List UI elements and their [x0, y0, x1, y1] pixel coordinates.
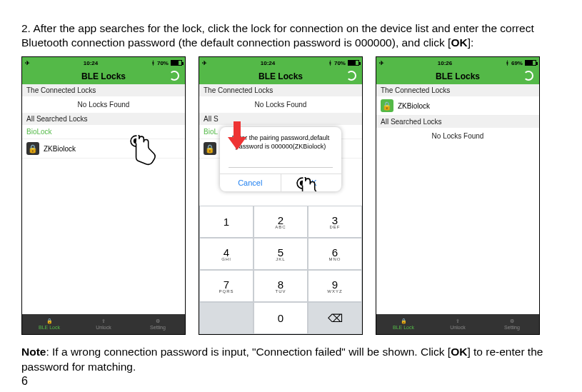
status-time: 10:26: [438, 60, 452, 66]
status-battery-pct: 70%: [157, 60, 169, 66]
bluetooth-icon: ᚼ: [328, 60, 332, 66]
page-number: 6: [21, 375, 28, 388]
key-4[interactable]: 4GHI: [199, 238, 254, 270]
battery-icon: [525, 60, 536, 66]
tab-setting[interactable]: ⚙ Setting: [131, 314, 185, 334]
app-title: BLE Locks: [259, 71, 303, 81]
status-time: 10:24: [84, 60, 98, 66]
battery-icon: [348, 60, 359, 66]
key-0[interactable]: 0: [254, 302, 308, 334]
app-title-bar: BLE Locks: [376, 69, 539, 84]
app-title: BLE Locks: [81, 71, 126, 81]
key-8[interactable]: 8TUV: [254, 270, 308, 302]
airplane-icon: ✈: [25, 60, 30, 66]
app-title-bar: BLE Locks: [199, 69, 362, 84]
status-bar: ✈ 10:24 ᚼ 70%: [22, 57, 185, 69]
lock-icon: 🔒: [46, 318, 53, 324]
unlock-icon: ⇪: [456, 318, 460, 324]
numeric-keypad: 12ABC3DEF4GHI5JKL6MNO7PQRS8TUV9WXYZ0⌫: [199, 206, 362, 334]
app-title: BLE Locks: [436, 71, 480, 81]
instruction-step-2: 2. After the app searches for the lock, …: [21, 21, 561, 51]
cancel-button[interactable]: Cancel: [220, 174, 281, 191]
lock-icon: 🔒: [381, 99, 393, 112]
lock-icon: 🔒: [204, 142, 216, 155]
tab-ble-lock[interactable]: 🔒 BLE Lock: [22, 314, 76, 334]
key-9[interactable]: 9WXYZ: [308, 270, 362, 302]
tab-unlock[interactable]: ⇪ Unlock: [431, 314, 485, 334]
status-time: 10:24: [261, 60, 275, 66]
list-item[interactable]: 🔒 ZKBiolock: [376, 96, 539, 116]
svg-point-3: [299, 181, 305, 186]
lock-name-zkbiolock: ZKBiolock: [398, 102, 430, 110]
lock-icon: 🔒: [401, 318, 407, 324]
svg-point-1: [134, 139, 139, 144]
note-text: Note: If a wrong connection password is …: [21, 345, 561, 375]
status-battery-pct: 70%: [334, 60, 346, 66]
status-bar: ✈ 10:24 ᚼ 70%: [199, 57, 362, 69]
key-5[interactable]: 5JKL: [254, 238, 308, 270]
airplane-icon: ✈: [202, 60, 207, 66]
status-battery-pct: 69%: [511, 60, 523, 66]
section-connected-locks: The Connected Locks: [199, 84, 362, 96]
lock-name-zkbiolock: ZKBiolock: [44, 145, 76, 153]
refresh-icon[interactable]: [346, 71, 356, 81]
phone-screenshot-3: ✈ 10:26 ᚼ 69% BLE Locks The Connected Lo…: [376, 56, 540, 335]
tab-bar: 🔒 BLE Lock ⇪ Unlock ⚙ Setting: [376, 314, 539, 334]
password-input[interactable]: [229, 158, 333, 168]
refresh-icon[interactable]: [169, 71, 179, 81]
section-searched-locks: All Searched Locks: [22, 113, 185, 125]
phone-screenshot-2: ✈ 10:24 ᚼ 70% BLE Locks The Connected Lo…: [199, 56, 363, 335]
key-3[interactable]: 3DEF: [308, 206, 362, 238]
airplane-icon: ✈: [379, 60, 384, 66]
key-blank: [199, 302, 254, 334]
battery-icon: [171, 60, 182, 66]
lock-name-biolock: BioLock: [26, 128, 52, 136]
key-7[interactable]: 7PQRS: [199, 270, 254, 302]
lock-icon: 🔒: [26, 142, 39, 155]
key-2[interactable]: 2ABC: [254, 206, 308, 238]
no-locks-label: No Locks Found: [199, 96, 362, 113]
tab-unlock[interactable]: ⇪ Unlock: [76, 314, 131, 334]
ok-button[interactable]: OK: [281, 174, 342, 191]
no-locks-label: No Locks Found: [376, 128, 539, 144]
section-searched-locks: All S: [199, 113, 362, 125]
phone-screenshot-1: ✈ 10:24 ᚼ 70% BLE Locks The Connected Lo…: [21, 56, 186, 335]
status-bar: ✈ 10:26 ᚼ 69%: [376, 57, 539, 69]
arrow-down-icon: [228, 121, 246, 150]
no-locks-label: No Locks Found: [22, 96, 185, 113]
backspace-key[interactable]: ⌫: [308, 302, 362, 334]
gear-icon: ⚙: [156, 318, 160, 324]
list-item[interactable]: BioLock: [22, 125, 185, 139]
section-searched-locks: All Searched Locks: [376, 116, 539, 128]
section-connected-locks: The Connected Locks: [376, 84, 539, 96]
unlock-icon: ⇪: [101, 318, 106, 324]
screenshots-row: ✈ 10:24 ᚼ 70% BLE Locks The Connected Lo…: [21, 56, 561, 335]
tab-setting[interactable]: ⚙ Setting: [485, 314, 539, 334]
tab-bar: 🔒 BLE Lock ⇪ Unlock ⚙ Setting: [22, 314, 185, 334]
key-6[interactable]: 6MNO: [308, 238, 362, 270]
bluetooth-icon: ᚼ: [506, 60, 509, 66]
gear-icon: ⚙: [510, 318, 514, 324]
app-title-bar: BLE Locks: [22, 69, 185, 84]
key-1[interactable]: 1: [199, 206, 254, 238]
tab-ble-lock[interactable]: 🔒 BLE Lock: [376, 314, 431, 334]
bluetooth-icon: ᚼ: [151, 60, 155, 66]
list-item[interactable]: 🔒 ZKBiolock: [22, 139, 185, 159]
section-connected-locks: The Connected Locks: [22, 84, 185, 96]
refresh-icon[interactable]: [523, 71, 533, 81]
